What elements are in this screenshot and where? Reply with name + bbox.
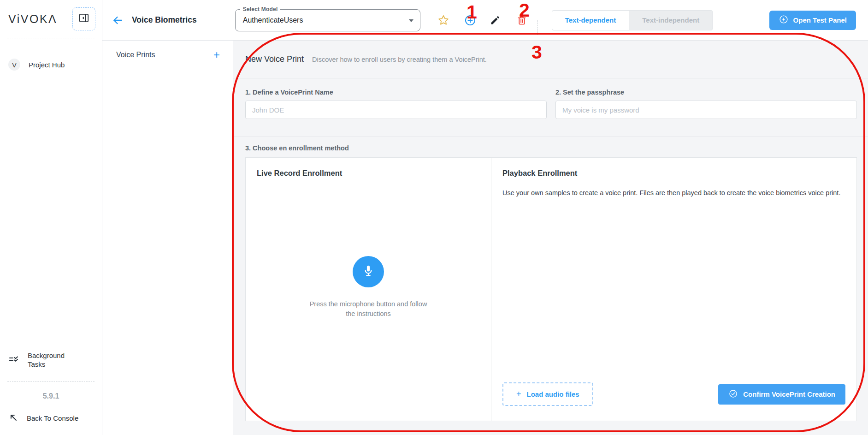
favorite-model-button[interactable] (437, 14, 450, 27)
playback-title: Playback Enrollment (502, 169, 845, 178)
voice-prints-title: Voice Prints (116, 51, 155, 59)
enrollment-section: 3. Choose en enrollment method Live Reco… (233, 137, 868, 421)
dropdown-arrow-icon (409, 19, 413, 22)
open-test-panel-label: Open Test Panel (793, 16, 847, 24)
project-hub-label: Project Hub (29, 61, 65, 69)
new-voice-print-subtitle: Discover how to enroll users by creating… (312, 56, 487, 63)
lightning-circle-icon (779, 14, 789, 26)
background-tasks-label-line1: Background (28, 352, 65, 359)
topbar-dashed-divider (537, 20, 538, 35)
topbar: Voice Biometrics Select Model Authentica… (102, 0, 868, 41)
pencil-icon (490, 15, 501, 26)
live-record-panel: Live Record Enrollment (246, 158, 491, 421)
passphrase-label: 2. Set the passphrase (555, 89, 857, 96)
playback-description: Use your own samples to create a voice p… (502, 188, 845, 198)
enrollment-container: Live Record Enrollment (245, 157, 857, 421)
voice-prints-panel: Voice Prints + (102, 41, 233, 435)
vivoka-logo: ViVOKΛ (8, 12, 57, 26)
collapse-sidebar-button[interactable] (72, 7, 95, 30)
select-model-dropdown[interactable]: Select Model AuthenticateUsers (235, 9, 420, 31)
confirm-voiceprint-button[interactable]: Confirm VoicePrint Creation (718, 384, 845, 405)
edit-model-button[interactable] (490, 15, 501, 26)
background-tasks-label-line2: Tasks (28, 360, 45, 368)
add-circle-icon (464, 14, 477, 27)
passphrase-input[interactable] (555, 101, 857, 119)
record-microphone-button[interactable] (353, 256, 384, 287)
back-arrow-icon (112, 14, 124, 26)
delete-model-button[interactable] (516, 15, 527, 26)
add-icon: + (516, 389, 521, 399)
select-model-label: Select Model (240, 6, 281, 12)
mic-caption-line2: the instructions (346, 310, 391, 317)
collapse-panel-icon (78, 12, 90, 26)
load-audio-files-label: Load audio files (527, 390, 579, 398)
text-mode-toggle: Text-dependent Text-independent (552, 10, 713, 30)
new-voice-print-header: New Voice Print Discover how to enroll u… (233, 41, 868, 78)
sidebar-divider (7, 38, 94, 38)
playback-panel: Playback Enrollment Use your own samples… (491, 158, 856, 421)
voiceprint-name-input[interactable] (245, 101, 547, 119)
add-voice-print-button[interactable]: + (213, 50, 220, 60)
new-voice-print-title: New Voice Print (245, 54, 304, 64)
main-content: New Voice Print Discover how to enroll u… (233, 41, 868, 435)
load-audio-files-button[interactable]: + Load audio files (502, 382, 593, 406)
app-version: 5.9.1 (0, 382, 102, 407)
back-to-console-arrow-icon (8, 412, 18, 424)
voiceprint-name-label: 1. Define a VoicePrint Name (245, 89, 547, 96)
voice-print-form: 1. Define a VoicePrint Name 2. Set the p… (233, 78, 868, 137)
microphone-icon (361, 263, 376, 280)
project-hub-avatar: V (8, 59, 20, 71)
toggle-text-dependent[interactable]: Text-dependent (552, 10, 630, 30)
sidebar-item-background-tasks[interactable]: Background Tasks (0, 346, 102, 374)
background-tasks-icon (8, 354, 19, 366)
topbar-divider (221, 6, 221, 34)
toggle-text-independent[interactable]: Text-independent (629, 10, 713, 30)
check-circle-icon (728, 389, 738, 400)
mic-caption-line1: Press the microphone button and follow (310, 300, 427, 308)
voice-biometrics-app: ViVOKΛ V Project Hub (0, 0, 868, 435)
add-model-button[interactable] (464, 14, 477, 27)
star-icon (437, 14, 450, 27)
sidebar: ViVOKΛ V Project Hub (0, 0, 102, 435)
back-to-console-label: Back To Console (27, 414, 78, 422)
enrollment-method-label: 3. Choose en enrollment method (245, 144, 857, 152)
sidebar-item-project-hub[interactable]: V Project Hub (0, 53, 102, 76)
page-title: Voice Biometrics (132, 15, 197, 25)
open-test-panel-button[interactable]: Open Test Panel (769, 11, 856, 30)
select-model-value: AuthenticateUsers (243, 16, 303, 24)
confirm-voiceprint-label: Confirm VoicePrint Creation (743, 390, 835, 398)
back-to-console-button[interactable]: Back To Console (0, 407, 102, 435)
back-button[interactable] (112, 14, 124, 26)
trash-icon (516, 15, 527, 26)
